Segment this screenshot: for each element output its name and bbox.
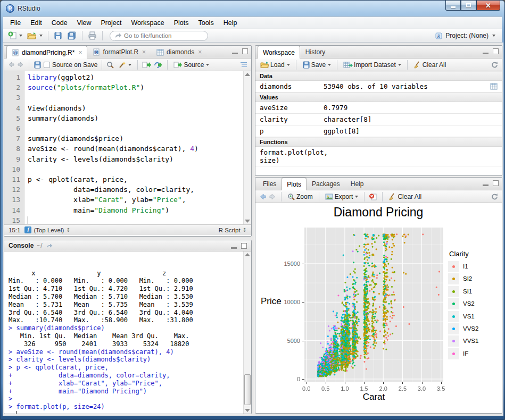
close-button[interactable]: ✕ [476, 1, 500, 11]
next-plot-icon[interactable] [269, 193, 277, 200]
object-row-avesize[interactable]: aveSize0.7979 [255, 102, 502, 114]
run-line-icon[interactable] [142, 61, 151, 69]
menu-plots[interactable]: Plots [169, 18, 194, 28]
forward-icon[interactable] [17, 61, 24, 68]
refresh-icon[interactable] [491, 61, 499, 69]
legend-dot-if [452, 352, 455, 355]
menu-code[interactable]: Code [47, 18, 72, 28]
r-file-icon: R [93, 48, 100, 56]
tab-close-icon[interactable]: × [198, 48, 202, 56]
maximize-pane-icon[interactable] [242, 48, 248, 54]
caret-down-icon [206, 64, 209, 66]
code-tools-button[interactable] [117, 60, 133, 70]
legend-dot-vvs2 [452, 327, 455, 330]
previous-plot-icon[interactable] [259, 193, 267, 200]
rerun-icon[interactable] [153, 61, 163, 69]
back-icon[interactable] [7, 61, 15, 68]
code-text[interactable]: library(ggplot2)source("plots/formatPlot… [24, 71, 251, 224]
code-editor[interactable]: 123456789101112131415 library(ggplot2)so… [4, 71, 251, 224]
save-icon[interactable] [34, 61, 42, 69]
menu-edit[interactable]: Edit [26, 18, 47, 28]
project-menu-button[interactable]: R Project: (None) [432, 31, 499, 41]
new-file-button[interactable] [6, 30, 24, 41]
object-row-diamonds[interactable]: diamonds53940 obs. of 10 variables [255, 81, 502, 93]
console-output[interactable]: x y z Min. : 0.000 Min. : 0.000 Min. : 0… [4, 251, 251, 414]
find-icon[interactable] [106, 61, 114, 69]
zoom-plot-button[interactable]: Zoom [286, 192, 314, 201]
editor-scrollbar[interactable] [243, 71, 251, 224]
menu-project[interactable]: Project [96, 18, 126, 28]
print-button[interactable] [86, 30, 98, 41]
tab-formatplot-r[interactable]: RformatPlot.R× [87, 46, 151, 58]
document-outline-icon[interactable] [239, 61, 248, 69]
object-row-format-plot-plot-size-[interactable]: format.plot(plot, size) [255, 147, 502, 166]
maximize-pane-icon[interactable] [493, 180, 499, 186]
menu-tools[interactable]: Tools [193, 18, 218, 28]
scrollbar-thumb[interactable] [244, 374, 251, 405]
tab-packages[interactable]: Packages [307, 178, 345, 190]
minimize-pane-icon[interactable] [232, 53, 238, 54]
scroll-down-icon[interactable] [245, 220, 250, 223]
r-file-icon: R [12, 49, 19, 56]
menu-help[interactable]: Help [219, 18, 242, 28]
clear-all-plots-label: Clear All [398, 193, 421, 200]
scroll-down-icon[interactable] [245, 409, 250, 412]
tab-diamonds[interactable]: diamonds× [151, 46, 207, 58]
open-file-button[interactable] [26, 30, 44, 41]
goto-file-input[interactable] [124, 32, 198, 39]
goto-file-search[interactable] [110, 31, 208, 41]
source-button[interactable]: Source [172, 60, 211, 70]
cursor-position: 15:1 [9, 227, 20, 233]
tab-label: Files [263, 180, 276, 188]
tab-diamondpricing-r-[interactable]: RdiamondPricing.R*× [6, 46, 87, 58]
maximize-pane-icon[interactable] [241, 243, 247, 249]
save-all-button[interactable] [65, 30, 78, 41]
import-dataset-button[interactable]: Import Dataset [342, 60, 403, 70]
tab-plots[interactable]: Plots [282, 178, 307, 190]
legend-label-vs1: VS1 [463, 313, 475, 320]
x-tick-mark [345, 382, 345, 384]
legend-label-i1: I1 [463, 263, 468, 270]
maximize-pane-icon[interactable] [493, 48, 499, 54]
object-row-p[interactable]: pggplot[8] [255, 125, 502, 137]
section-header-data: Data [255, 71, 502, 81]
code-token: "plots/formatPlot.R" [57, 83, 140, 91]
maximize-button[interactable] [461, 1, 476, 11]
clear-all-button[interactable]: Clear All [412, 60, 448, 70]
tab-workspace[interactable]: Workspace [258, 46, 300, 58]
code-line [28, 93, 251, 103]
scroll-up-icon[interactable] [245, 73, 250, 76]
object-row-clarity[interactable]: claritycharacter[8] [255, 114, 502, 125]
refresh-icon[interactable] [491, 193, 499, 200]
export-plot-button[interactable]: Export [324, 192, 360, 201]
menu-view[interactable]: View [72, 18, 96, 28]
menu-file[interactable]: File [5, 18, 26, 28]
minimize-pane-icon[interactable] [231, 247, 237, 249]
file-type-selector[interactable]: R Script ⇕ [219, 227, 247, 233]
clear-all-plots-button[interactable]: Clear All [387, 192, 423, 201]
tab-history[interactable]: History [300, 46, 330, 58]
load-workspace-button[interactable]: Load [259, 60, 292, 70]
plots-tabbar: FilesPlotsPackagesHelp [255, 178, 502, 190]
scroll-up-icon[interactable] [245, 253, 250, 256]
save-button[interactable] [52, 30, 64, 41]
titlebar[interactable]: R RStudio ✕ [1, 1, 504, 16]
tab-close-icon[interactable]: × [78, 49, 82, 56]
minimize-button[interactable] [445, 1, 461, 11]
grid-icon[interactable] [490, 83, 498, 90]
save-workspace-button[interactable]: Save [301, 60, 333, 70]
console-scrollbar[interactable] [243, 251, 251, 414]
tab-help[interactable]: Help [345, 178, 369, 190]
minimize-pane-icon[interactable] [483, 53, 489, 54]
tab-close-icon[interactable]: × [142, 48, 146, 56]
x-tick-mark [402, 382, 403, 384]
y-tick-label: 10000 [279, 299, 300, 305]
tab-files[interactable]: Files [258, 178, 282, 190]
minimize-pane-icon[interactable] [483, 184, 489, 186]
remove-plot-icon[interactable] [369, 193, 378, 200]
popout-icon[interactable] [46, 242, 53, 249]
source-on-save-checkbox[interactable] [44, 62, 50, 68]
menu-workspace[interactable]: Workspace [126, 18, 169, 28]
caret-down-icon [492, 35, 495, 37]
scope-selector[interactable]: f (Top Level) ⇕ [24, 226, 70, 233]
